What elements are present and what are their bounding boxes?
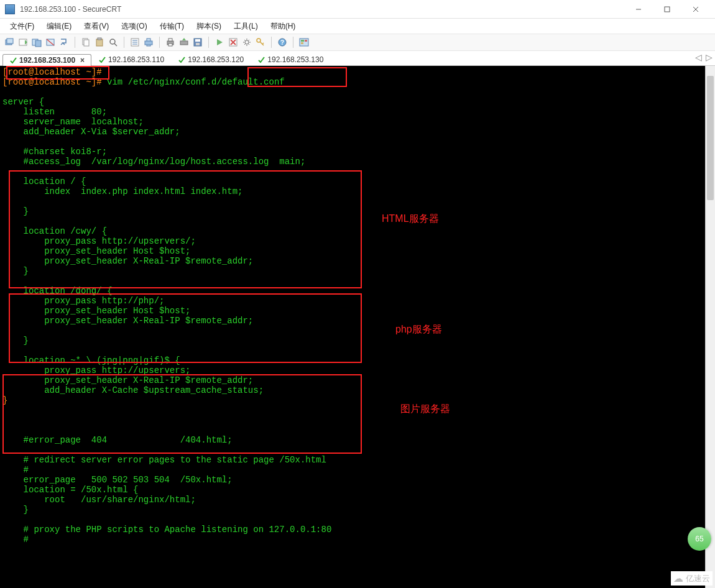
svg-rect-15 [98,38,101,40]
tab-session-3[interactable]: 192.168.253.120 [171,53,251,65]
terminal-area: [root@localhost ~]# [root@localhost ~]# … [0,66,715,588]
svg-rect-45 [301,42,303,44]
vertical-scrollbar[interactable] [705,66,715,588]
svg-rect-30 [195,39,200,42]
annotation-html: HTML服务器 [382,213,439,226]
tab-scroll-left-icon[interactable]: ◁ [695,52,702,62]
toolbar-separator [124,37,124,48]
menu-tools[interactable]: 工具(L) [229,20,263,33]
maximize-icon [664,6,670,12]
toolbar-separator [75,37,75,48]
menu-view[interactable]: 查看(V) [79,20,114,33]
tab-scroll: ◁ ▷ [695,52,713,62]
quick-connect-icon[interactable] [17,37,29,48]
badge-value: 65 [695,535,703,543]
tab-session-4[interactable]: 192.168.253.130 [251,53,330,65]
close-button[interactable] [681,0,710,19]
window-controls [624,0,710,19]
svg-rect-5 [7,39,13,44]
tab-session-2[interactable]: 192.168.253.110 [91,53,171,65]
minimize-icon [635,6,642,12]
config-block-images: location ~* \.(jpg|png|gif)$ { proxy_pas… [2,356,264,395]
minimize-button[interactable] [624,0,653,19]
tab-close-icon[interactable]: × [80,56,85,65]
toolbar-separator [208,37,209,48]
svg-rect-25 [168,39,172,41]
svg-rect-31 [196,43,200,45]
session-manager-icon[interactable] [298,37,310,48]
svg-rect-27 [180,41,188,45]
terminal[interactable]: [root@localhost ~]# [root@localhost ~]# … [0,66,715,588]
svg-text:?: ? [280,39,284,46]
cloud-icon: ☁ [673,572,683,584]
config-block-php: location /dong/ { proxy_pass http://php/… [2,286,253,346]
tabstrip: 192.168.253.100 × 192.168.253.110 192.16… [0,51,715,66]
prompt: [root@localhost ~]# [2,77,107,87]
run-script-icon[interactable] [214,37,225,48]
svg-marker-32 [217,39,223,45]
menu-options[interactable]: 选项(O) [116,20,152,33]
toolbar-separator [159,37,160,48]
disconnect-icon[interactable] [45,37,56,48]
svg-point-36 [245,40,249,44]
scrollbar-thumb[interactable] [707,76,714,200]
svg-rect-23 [145,41,152,45]
window-title: 192.168.253.100 - SecureCRT [20,5,624,14]
annotation-php: php服务器 [395,323,442,336]
svg-rect-26 [168,44,172,46]
print-icon[interactable] [165,37,176,48]
menu-script[interactable]: 脚本(S) [191,20,226,33]
cancel-script-icon[interactable] [228,37,239,48]
copy-icon[interactable] [80,37,91,48]
menu-help[interactable]: 帮助(H) [265,20,301,33]
find-icon[interactable] [108,37,119,48]
prompt: [root@localhost ~]# [2,67,102,77]
svg-rect-43 [301,40,304,42]
svg-point-16 [110,39,115,44]
check-icon [9,57,17,64]
maximize-button[interactable] [653,0,681,19]
watermark-text: 亿速云 [686,573,710,584]
transfer-icon[interactable] [178,37,190,48]
key-icon[interactable] [255,37,266,48]
check-icon [98,56,106,63]
watermark: ☁ 亿速云 [671,571,713,586]
command-text: vim /etc/nginx/conf.d/default.conf [107,77,285,87]
reconnect-icon[interactable] [31,37,42,48]
annotation-image: 图片服务器 [400,403,450,416]
config-block-html: location / { index index.php index.html … [2,177,253,276]
menu-transfer[interactable]: 传输(T) [155,20,189,33]
svg-rect-9 [35,40,41,47]
app-icon [5,4,15,14]
paste-icon[interactable] [94,37,105,48]
closing-brace: } [2,395,7,405]
titlebar: 192.168.253.100 - SecureCRT [0,0,715,19]
count-badge: 65 [688,527,711,551]
check-icon [257,56,265,63]
toolbar-separator [271,37,272,48]
enter-icon[interactable] [58,37,70,48]
close-icon [693,6,699,12]
menu-edit[interactable]: 编辑(E) [42,20,76,33]
tab-label: 192.168.253.120 [188,55,244,64]
svg-line-39 [262,43,264,44]
tab-session-1[interactable]: 192.168.253.100 × [2,54,91,66]
help-icon[interactable]: ? [277,37,288,48]
svg-rect-1 [665,7,670,12]
menu-file[interactable]: 文件(F) [5,20,39,33]
properties-icon[interactable] [129,37,141,48]
tab-scroll-right-icon[interactable]: ▷ [706,52,713,62]
tab-label: 192.168.253.130 [267,55,323,64]
toolbar-separator [293,37,293,48]
save-icon[interactable] [192,37,203,48]
toolbar: ? [0,34,715,51]
connect-icon[interactable] [4,37,15,48]
settings-icon[interactable] [241,37,252,48]
tab-label: 192.168.253.100 [19,56,75,65]
svg-rect-14 [96,39,103,46]
svg-rect-44 [305,40,307,42]
svg-rect-13 [84,40,89,46]
tab-label: 192.168.253.110 [108,55,164,64]
session-options-icon[interactable] [143,37,154,48]
config-block-server: server { listen 80; server_name localhos… [2,97,305,167]
